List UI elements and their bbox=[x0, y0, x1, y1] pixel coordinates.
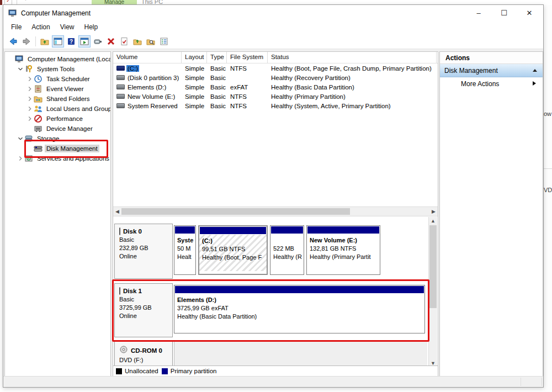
volume-cell: (Disk 0 partition 3) bbox=[113, 75, 182, 81]
toolbar-viewer-button[interactable] bbox=[92, 35, 104, 47]
vertical-scrollbar-thumb[interactable] bbox=[429, 225, 437, 308]
toolbar-find-folder-button[interactable] bbox=[145, 35, 157, 47]
toolbar-forward-button[interactable] bbox=[20, 35, 33, 47]
partition-info: (C:)99,51 GB NTFSHealthy (Boot, Page F bbox=[199, 235, 267, 271]
title-bar[interactable]: Computer Management – ☐ ✕ bbox=[3, 5, 543, 22]
sidebar-item-local-users-and-groups[interactable]: Local Users and Groups bbox=[5, 104, 110, 114]
volume-name: New Volume (E:) bbox=[126, 93, 176, 100]
tree-item-label: Local Users and Groups bbox=[45, 105, 111, 113]
performance-icon bbox=[34, 114, 43, 123]
partition-legend: UnallocatedPrimary partition bbox=[113, 365, 438, 376]
chevron-right-icon[interactable] bbox=[26, 95, 34, 103]
chevron-right-icon[interactable] bbox=[26, 85, 34, 93]
tree-item-label: Performance bbox=[45, 115, 84, 123]
maximize-button[interactable]: ☐ bbox=[491, 5, 517, 22]
partition-title: New Volume (E:) bbox=[310, 236, 379, 245]
volume-name: (Disk 0 partition 3) bbox=[126, 75, 180, 81]
scheduler-icon bbox=[34, 75, 43, 83]
table-row[interactable]: New Volume (E:)SimpleBasicNTFSHealthy (P… bbox=[113, 92, 438, 101]
toolbar-back-button[interactable] bbox=[7, 35, 19, 47]
volume-cell: Elements (D:) bbox=[113, 84, 182, 91]
partition-block[interactable]: (C:)99,51 GB NTFSHealthy (Boot, Page F bbox=[198, 225, 268, 275]
background-divider bbox=[544, 168, 552, 169]
toolbar-console-window-button[interactable] bbox=[52, 35, 64, 47]
disk-label[interactable]: Disk 0Basic232,89 GBOnline bbox=[114, 224, 173, 279]
sidebar-item-system-tools[interactable]: System Tools bbox=[5, 64, 110, 74]
actions-disk-management-group[interactable]: Disk Management bbox=[440, 64, 543, 77]
disk-row-cd-rom-0: CD-ROM 0DVD (F:) bbox=[114, 341, 428, 367]
menu-bar: FileActionViewHelp bbox=[3, 22, 543, 34]
toolbar-check-doc-button[interactable] bbox=[118, 35, 130, 47]
more-actions-item[interactable]: More Actions bbox=[440, 77, 543, 89]
partition-type-bar bbox=[271, 226, 303, 234]
chevron-right-icon[interactable] bbox=[26, 105, 34, 113]
partition-info: Elements (D:)3725,99 GB exFATHealthy (Ba… bbox=[174, 294, 424, 321]
partition-block[interactable]: Elements (D:)3725,99 GB exFATHealthy (Ba… bbox=[174, 285, 425, 333]
chevron-right-icon[interactable] bbox=[26, 115, 34, 123]
chevron-down-icon[interactable] bbox=[17, 135, 24, 142]
table-row[interactable]: System ReservedSimpleBasicNTFSHealthy (S… bbox=[113, 101, 438, 110]
column-header-type[interactable]: Type bbox=[207, 52, 227, 63]
sidebar-item-disk-management[interactable]: Disk Management bbox=[5, 144, 110, 153]
partition-block[interactable]: 522 MBHealthy (R bbox=[270, 225, 304, 275]
table-row[interactable]: Elements (D:)SimpleBasicexFATHealthy (Ba… bbox=[113, 82, 438, 92]
sidebar-item-storage[interactable]: Storage bbox=[5, 134, 110, 144]
toolbar-help-button[interactable]: ? bbox=[65, 35, 77, 47]
sidebar-item-shared-folders[interactable]: Shared Folders bbox=[5, 94, 110, 104]
toolbar-export-folder-button[interactable] bbox=[131, 35, 144, 47]
chevron-right-icon[interactable] bbox=[26, 75, 34, 83]
actions-panel-title: Actions bbox=[440, 52, 543, 64]
services-icon bbox=[24, 154, 33, 163]
device-manager-icon bbox=[34, 124, 43, 133]
sidebar-item-device-manager[interactable]: Device Manager bbox=[5, 124, 110, 134]
partition-info: Syste50 MHealt bbox=[174, 234, 195, 261]
vertical-scrollbar[interactable]: ▲ ▼ bbox=[428, 217, 437, 367]
disk-icon bbox=[119, 227, 120, 236]
sidebar-item-performance[interactable]: Performance bbox=[5, 114, 110, 124]
disk-info-line: 232,89 GB bbox=[119, 244, 172, 252]
partition-info-line: Healt bbox=[177, 253, 194, 261]
tree-item-label: Event Viewer bbox=[45, 85, 86, 93]
collapse-icon[interactable] bbox=[533, 69, 537, 72]
column-header-layout[interactable]: Layout bbox=[182, 52, 207, 63]
disk-label[interactable]: Disk 1Basic3725,99 GBOnline bbox=[114, 283, 173, 337]
menu-action[interactable]: Action bbox=[26, 22, 55, 33]
sidebar-item-task-scheduler[interactable]: Task Scheduler bbox=[5, 74, 110, 84]
minimize-button[interactable]: – bbox=[466, 5, 491, 22]
toolbar-delete-button[interactable] bbox=[105, 35, 117, 47]
close-button[interactable]: ✕ bbox=[517, 5, 542, 22]
table-row[interactable]: (C:)SimpleBasicNTFSHealthy (Boot, Page F… bbox=[113, 63, 438, 73]
chevron-down-icon[interactable] bbox=[17, 65, 24, 73]
menu-file[interactable]: File bbox=[6, 22, 26, 33]
menu-view[interactable]: View bbox=[55, 22, 79, 33]
tree-item-label: System Tools bbox=[35, 65, 76, 73]
menu-help[interactable]: Help bbox=[79, 22, 103, 33]
scroll-left-icon[interactable]: ◀ bbox=[113, 208, 121, 215]
up-folder-icon bbox=[40, 37, 49, 46]
disk-label[interactable]: CD-ROM 0DVD (F:) bbox=[114, 341, 173, 367]
toolbar-properties-button[interactable] bbox=[158, 35, 170, 47]
disk-name: Disk 0 bbox=[119, 227, 172, 236]
delete-icon bbox=[107, 37, 115, 46]
table-row[interactable]: (Disk 0 partition 3)SimpleBasicHealthy (… bbox=[113, 73, 438, 82]
sidebar-item-services-and-applications[interactable]: Services and Applications bbox=[5, 153, 110, 163]
horizontal-scrollbar[interactable]: ◀ ▶ bbox=[113, 206, 438, 216]
column-header-file-system[interactable]: File System bbox=[227, 52, 268, 63]
disk-name-text: CD-ROM 0 bbox=[131, 347, 162, 355]
layout-cell: Simple bbox=[182, 84, 207, 91]
column-header-status[interactable]: Status bbox=[268, 52, 437, 63]
horizontal-scrollbar-thumb[interactable] bbox=[121, 208, 350, 215]
toolbar-console-play-button[interactable] bbox=[78, 35, 91, 47]
sidebar-item-event-viewer[interactable]: Event Viewer bbox=[5, 84, 110, 94]
column-header-volume[interactable]: Volume bbox=[113, 52, 182, 63]
toolbar-up-folder-button[interactable] bbox=[39, 35, 51, 47]
partition-block[interactable]: New Volume (E:)132,81 GB NTFSHealthy (Pr… bbox=[306, 225, 380, 275]
sidebar-item-computer-management-local-[interactable]: Computer Management (Local) bbox=[5, 54, 110, 64]
status-cell: Healthy (Primary Partition) bbox=[268, 93, 437, 100]
partition-info: 522 MBHealthy (R bbox=[270, 234, 304, 261]
scroll-up-icon[interactable]: ▲ bbox=[429, 217, 437, 225]
partition-block[interactable]: Syste50 MHealt bbox=[174, 225, 196, 275]
scroll-right-icon[interactable]: ▶ bbox=[429, 208, 438, 215]
chevron-right-icon[interactable] bbox=[17, 155, 24, 162]
volume-drive-icon bbox=[116, 103, 125, 108]
